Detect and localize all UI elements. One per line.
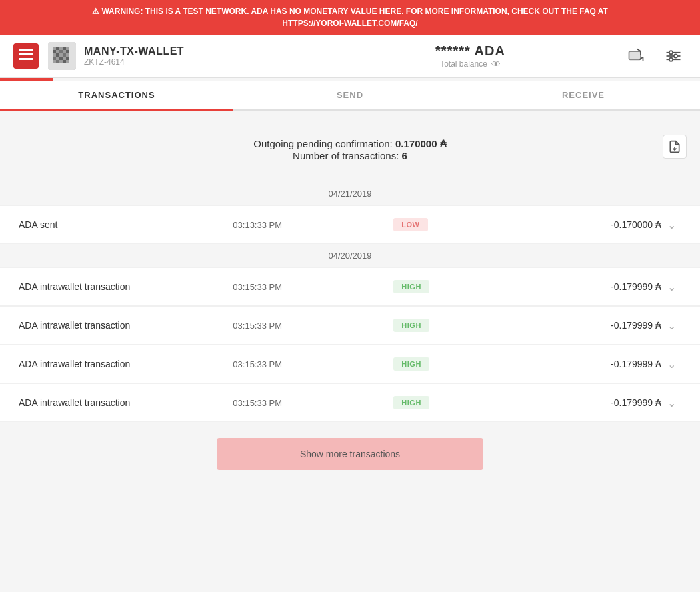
svg-rect-0 xyxy=(19,49,33,51)
show-more-button[interactable]: Show more transactions xyxy=(217,438,483,470)
tab-transactions[interactable]: TRANSACTIONS xyxy=(0,81,233,109)
warning-text: WARNING: THIS IS A TEST NETWORK. ADA HAS… xyxy=(101,7,608,16)
header: MANY-TX-WALLET ZKTZ-4614 ****** ADA Tota… xyxy=(0,35,700,78)
main-content: Outgoing pending confirmation: 0.170000 … xyxy=(0,111,700,499)
svg-rect-9 xyxy=(53,50,56,53)
badge-low: LOW xyxy=(393,218,427,231)
badge-high: HIGH xyxy=(393,319,429,332)
header-left: MANY-TX-WALLET ZKTZ-4614 xyxy=(13,42,318,70)
transaction-row[interactable]: ADA intrawallet transaction 03:15:33 PM … xyxy=(0,267,700,306)
pending-amount: 0.170000 ₳ xyxy=(395,138,447,149)
transaction-row[interactable]: ADA intrawallet transaction 03:15:33 PM … xyxy=(0,383,700,422)
chevron-down-icon[interactable]: ⌄ xyxy=(661,281,681,293)
svg-rect-6 xyxy=(59,47,63,50)
tx-badge: HIGH xyxy=(393,357,501,371)
pending-text: Outgoing pending confirmation: 0.170000 … xyxy=(253,138,446,150)
date-label-2: 04/20/2019 xyxy=(0,244,700,267)
tab-send[interactable]: SEND xyxy=(233,81,467,109)
svg-point-37 xyxy=(669,51,673,54)
tx-amount: -0.179999 ₳ xyxy=(501,320,661,331)
balance-label[interactable]: Total balance 👁 xyxy=(440,59,501,69)
svg-rect-2 xyxy=(19,58,33,60)
transaction-row[interactable]: ADA sent 03:13:33 PM LOW -0.170000 ₳ ⌄ xyxy=(0,205,700,244)
warning-link[interactable]: HTTPS://YOROI-WALLET.COM/FAQ/ xyxy=(282,19,417,28)
settings-button[interactable] xyxy=(660,43,687,69)
tx-type: ADA intrawallet transaction xyxy=(19,397,233,408)
header-center: ****** ADA Total balance 👁 xyxy=(318,43,623,69)
chevron-down-icon[interactable]: ⌄ xyxy=(661,219,681,231)
svg-rect-15 xyxy=(56,53,59,57)
badge-high: HIGH xyxy=(393,357,429,371)
svg-rect-17 xyxy=(63,53,66,57)
tx-type: ADA intrawallet transaction xyxy=(19,320,233,331)
svg-point-39 xyxy=(669,58,673,61)
svg-rect-8 xyxy=(66,47,69,50)
tx-badge: HIGH xyxy=(393,319,501,332)
warning-icon: ⚠ xyxy=(92,7,99,16)
svg-rect-10 xyxy=(56,50,59,53)
svg-rect-18 xyxy=(66,53,69,57)
svg-rect-7 xyxy=(63,47,66,50)
wallet-avatar xyxy=(48,42,76,70)
svg-rect-4 xyxy=(53,47,56,50)
visibility-icon[interactable]: 👁 xyxy=(491,59,501,69)
chevron-down-icon[interactable]: ⌄ xyxy=(661,358,681,371)
wallet-id: ZKTZ-4614 xyxy=(84,57,184,67)
svg-rect-23 xyxy=(66,57,69,60)
tx-amount: -0.179999 ₳ xyxy=(501,397,661,408)
svg-rect-16 xyxy=(59,53,63,57)
tx-time: 03:15:33 PM xyxy=(233,282,393,292)
svg-rect-20 xyxy=(56,57,59,60)
svg-rect-26 xyxy=(59,60,63,63)
badge-high: HIGH xyxy=(393,396,429,409)
section-divider xyxy=(13,175,687,175)
warning-banner: ⚠ WARNING: THIS IS A TEST NETWORK. ADA H… xyxy=(0,0,700,35)
tx-count-text: Number of transactions: 6 xyxy=(293,150,407,161)
tx-time: 03:13:33 PM xyxy=(233,220,393,230)
svg-rect-1 xyxy=(19,53,33,55)
tx-amount: -0.179999 ₳ xyxy=(501,359,661,369)
tx-badge: LOW xyxy=(393,218,501,231)
balance-amount: ****** ADA xyxy=(435,43,505,59)
svg-rect-13 xyxy=(66,50,69,53)
menu-button[interactable] xyxy=(13,43,39,69)
pending-section: Outgoing pending confirmation: 0.170000 … xyxy=(0,125,700,168)
tx-time: 03:15:33 PM xyxy=(233,398,393,408)
send-receive-button[interactable] xyxy=(623,43,649,69)
tx-type: ADA sent xyxy=(19,219,233,230)
tx-amount: -0.170000 ₳ xyxy=(501,219,661,230)
svg-rect-11 xyxy=(59,50,63,53)
tab-receive[interactable]: RECEIVE xyxy=(467,81,700,109)
tx-badge: HIGH xyxy=(393,396,501,409)
tx-type: ADA intrawallet transaction xyxy=(19,359,233,369)
tx-badge: HIGH xyxy=(393,280,501,293)
wallet-info: MANY-TX-WALLET ZKTZ-4614 xyxy=(84,45,184,67)
svg-rect-21 xyxy=(59,57,63,60)
svg-rect-29 xyxy=(629,51,641,59)
navigation-tabs: TRANSACTIONS SEND RECEIVE xyxy=(0,81,700,111)
svg-rect-25 xyxy=(56,60,59,63)
show-more-wrapper: Show more transactions xyxy=(0,422,700,486)
tx-amount: -0.179999 ₳ xyxy=(501,281,661,292)
wallet-name: MANY-TX-WALLET xyxy=(84,45,184,57)
tx-time: 03:15:33 PM xyxy=(233,359,393,369)
svg-rect-19 xyxy=(53,57,56,60)
header-right xyxy=(623,43,687,69)
svg-rect-22 xyxy=(63,57,66,60)
svg-rect-12 xyxy=(63,50,66,53)
transaction-row[interactable]: ADA intrawallet transaction 03:15:33 PM … xyxy=(0,306,700,345)
chevron-down-icon[interactable]: ⌄ xyxy=(661,319,681,332)
chevron-down-icon[interactable]: ⌄ xyxy=(661,397,681,409)
svg-point-38 xyxy=(674,54,677,57)
svg-rect-27 xyxy=(63,60,66,63)
tx-time: 03:15:33 PM xyxy=(233,321,393,331)
badge-high: HIGH xyxy=(393,280,429,293)
tx-type: ADA intrawallet transaction xyxy=(19,281,233,292)
svg-rect-24 xyxy=(53,60,56,63)
svg-rect-14 xyxy=(53,53,56,57)
svg-rect-28 xyxy=(66,60,69,63)
export-button[interactable] xyxy=(663,135,687,159)
date-label-1: 04/21/2019 xyxy=(0,182,700,205)
transaction-row[interactable]: ADA intrawallet transaction 03:15:33 PM … xyxy=(0,345,700,383)
svg-rect-5 xyxy=(56,47,59,50)
